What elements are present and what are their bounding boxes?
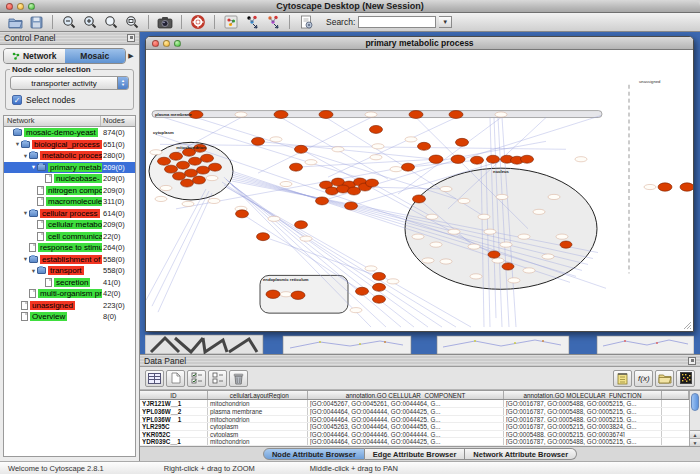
- column-header[interactable]: annotation.GO MOLECULAR_FUNCTION: [504, 391, 662, 399]
- status-welcome: Welcome to Cytoscape 2.8.1: [8, 464, 104, 473]
- tab-mosaic[interactable]: Mosaic: [65, 49, 126, 63]
- import-attributes-button[interactable]: [655, 370, 674, 387]
- file-icon: [37, 186, 44, 195]
- tree-column-network[interactable]: Network: [4, 116, 101, 126]
- help-icon[interactable]: [189, 14, 207, 30]
- tree-item-transport[interactable]: ▼transport558(0): [4, 265, 135, 277]
- search-dropdown-button[interactable]: ▼: [439, 16, 452, 28]
- snapshot-icon[interactable]: [156, 14, 174, 30]
- search-config-icon[interactable]: [297, 14, 315, 30]
- expand-arrow-icon[interactable]: ▼: [30, 268, 37, 274]
- unselect-attributes-button[interactable]: [208, 370, 227, 387]
- table-cell-filler: [662, 408, 689, 415]
- tree-item-node-count: 209(0): [102, 220, 135, 229]
- attribute-editor-button[interactable]: [613, 370, 632, 387]
- table-cell: mitochondrion: [208, 416, 308, 423]
- table-cell-filler: [662, 400, 689, 407]
- tree-item-unassigned[interactable]: unassigned223(0): [4, 300, 135, 312]
- node-color-selection-group: Node color selection transporter activit…: [5, 69, 134, 110]
- tree-item-overview[interactable]: Overview8(0): [4, 311, 135, 323]
- table-cell-filler: [662, 431, 689, 438]
- zoom-out-icon[interactable]: [60, 14, 78, 30]
- tree-item-biological-process[interactable]: ▼biological_process651(0): [4, 139, 135, 151]
- table-row[interactable]: YPL036W__1mitochondrion[GO:0044464, GO:0…: [140, 416, 689, 424]
- table-row[interactable]: YKR052Ccytoplasm[GO:0044464, GO:0044446,…: [140, 431, 689, 439]
- scroll-up-icon[interactable]: ▲: [690, 430, 700, 438]
- tree-item-establishment-of-lo[interactable]: ▼establishment of lo558(0): [4, 254, 135, 266]
- tab-network[interactable]: Network: [4, 49, 65, 63]
- search-input[interactable]: [358, 16, 436, 28]
- expand-arrow-icon[interactable]: ▼: [22, 153, 29, 159]
- resize-grip-icon[interactable]: [684, 322, 691, 329]
- endoplasmic-reticulum-label: endoplasmic reticulum: [263, 277, 309, 282]
- column-header[interactable]: annotation.GO CELLULAR_COMPONENT: [308, 391, 504, 399]
- select-nodes-checkbox[interactable]: ✓: [12, 95, 22, 105]
- table-row[interactable]: YDR039C__1mitochondrion[GO:0044464, GO:0…: [140, 438, 689, 446]
- formula-button[interactable]: f(x): [634, 370, 653, 387]
- folder-icon: [21, 141, 30, 148]
- vizmapper-icon[interactable]: [222, 14, 240, 30]
- expand-arrow-icon[interactable]: ▼: [14, 141, 21, 147]
- tree-item-cell-communicat[interactable]: cell communicat22(0): [4, 231, 135, 243]
- save-session-button[interactable]: [27, 14, 45, 30]
- tree-item-secretion[interactable]: secretion41(0): [4, 277, 135, 289]
- tree-item-node-count: 209(0): [102, 186, 135, 195]
- expand-arrow-icon[interactable]: ▼: [22, 256, 29, 262]
- scrollbar-thumb[interactable]: [691, 393, 699, 411]
- table-row[interactable]: YLR295Ccytoplasm[GO:0045263, GO:0044464,…: [140, 423, 689, 431]
- unassigned-label: unassigned: [639, 79, 661, 84]
- new-attribute-button[interactable]: [166, 370, 185, 387]
- expand-arrow-icon[interactable]: ▼: [22, 210, 29, 216]
- tab-edge-attribute-browser[interactable]: Edge Attribute Browser: [365, 448, 465, 460]
- table-header-row: ID_cellularLayoutRegionannotation.GO CEL…: [140, 391, 689, 400]
- data-panel-float-icon[interactable]: [688, 357, 696, 365]
- tab-overflow-button[interactable]: ▶: [126, 52, 136, 60]
- tree-item-multi-organism-pro[interactable]: multi-organism pro42(0): [4, 288, 135, 300]
- column-header[interactable]: _cellularLayoutRegion: [208, 391, 308, 399]
- expand-arrow-icon[interactable]: ▼: [30, 164, 37, 170]
- scroll-down-icon[interactable]: ▼: [690, 438, 700, 446]
- tree-item-macromolecule[interactable]: macromolecule311(0): [4, 196, 135, 208]
- open-session-button[interactable]: [6, 14, 24, 30]
- tree-item-cellular-metabo[interactable]: cellular metabo209(0): [4, 219, 135, 231]
- tree-item-primary-metab[interactable]: ▼primary metab209(0): [4, 162, 135, 174]
- matrix-button[interactable]: [676, 370, 695, 387]
- table-cell: [GO:0044464, GO:0044444, GO:0044425, G..…: [308, 438, 504, 445]
- tree-item-mosaic-demo-yeast[interactable]: mosaic-demo-yeast874(0): [4, 127, 135, 139]
- node-color-select[interactable]: transporter activity ▲▼: [10, 76, 129, 90]
- tree-item-nucleobase-[interactable]: nucleobase-209(0): [4, 173, 135, 185]
- table-scrollbar[interactable]: ▲ ▼: [689, 391, 700, 446]
- tree-item-node-count: 209(0): [102, 163, 135, 172]
- select-attributes-button[interactable]: [187, 370, 206, 387]
- column-header[interactable]: ID: [140, 391, 208, 399]
- layout-nodes-icon[interactable]: [243, 14, 261, 30]
- zoom-selected-icon[interactable]: [102, 14, 120, 30]
- file-icon: [21, 301, 28, 310]
- table-row[interactable]: YJR121W__1mitochondrion[GO:0045267, GO:0…: [140, 400, 689, 408]
- tree-item-metabolic-process[interactable]: ▼metabolic process280(0): [4, 150, 135, 162]
- tree-item-nitrogen-compo[interactable]: nitrogen compo209(0): [4, 185, 135, 197]
- zoom-fit-icon[interactable]: [123, 14, 141, 30]
- background-windows-strip: [145, 332, 694, 354]
- float-panel-icon[interactable]: [127, 34, 135, 42]
- layout-edges-icon[interactable]: [264, 14, 282, 30]
- tree-item-label: nucleobase-: [54, 174, 102, 183]
- network-canvas[interactable]: plasma membrane cytoplasm mitochondrion …: [146, 50, 693, 331]
- table-cell: [GO:0005488, GO:0005215, GO:0003674]: [504, 431, 662, 438]
- table-cell: [GO:0045263, GO:0044464, GO:0044455, G..…: [308, 423, 504, 430]
- tree-item-node-count: 223(0): [102, 301, 135, 310]
- table-row[interactable]: YPL036W__2plasma membrane[GO:0044464, GO…: [140, 408, 689, 416]
- zoom-in-icon[interactable]: [81, 14, 99, 30]
- tree-column-nodes[interactable]: Nodes: [101, 116, 135, 126]
- tree-item-response-to-stimulu[interactable]: response to stimulu264(0): [4, 242, 135, 254]
- tab-network-attribute-browser[interactable]: Network Attribute Browser: [465, 448, 577, 460]
- tab-node-attribute-browser[interactable]: Node Attribute Browser: [263, 448, 365, 460]
- tree-item-cellular-process[interactable]: ▼cellular process614(0): [4, 208, 135, 220]
- network-view-titlebar[interactable]: primary metabolic process: [146, 37, 693, 50]
- tree-item-node-count: 874(0): [102, 128, 135, 137]
- tree-item-node-count: 42(0): [102, 289, 135, 298]
- attribute-table-button[interactable]: [145, 370, 164, 387]
- attribute-browser-tabs: Node Attribute Browser Edge Attribute Br…: [140, 446, 700, 461]
- delete-attribute-button[interactable]: [229, 370, 248, 387]
- network-tree: Network Nodes mosaic-demo-yeast874(0)▼bi…: [3, 115, 136, 457]
